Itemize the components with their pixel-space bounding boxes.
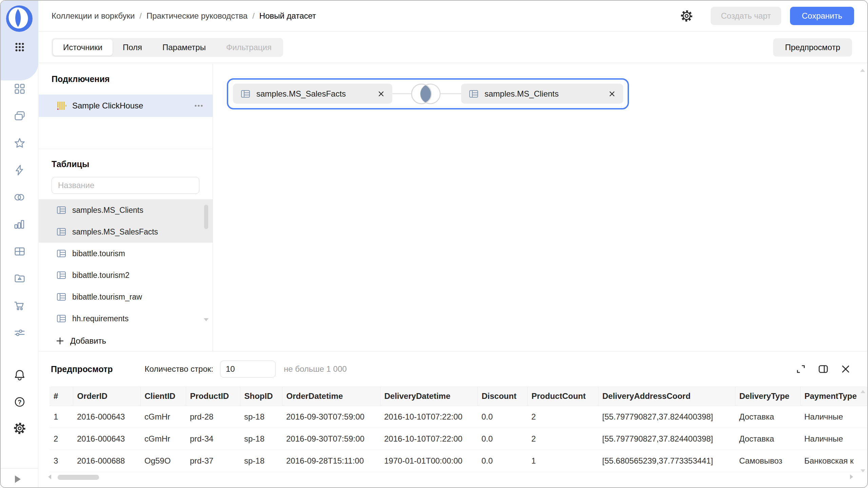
services-sliders-icon[interactable] — [13, 326, 26, 339]
row-count-input[interactable] — [220, 361, 276, 378]
dock-preview-icon[interactable] — [817, 363, 829, 375]
storage-folder-icon[interactable] — [13, 272, 26, 285]
panel-divider — [39, 149, 213, 149]
table-row: 2 2016-000643 cGmHr prd-34 sp-18 2016-09… — [50, 428, 867, 450]
workbooks-icon[interactable] — [13, 109, 26, 122]
table-icon — [469, 89, 479, 99]
expand-preview-icon[interactable] — [795, 363, 807, 375]
column-header: # — [50, 387, 73, 406]
remove-source-icon[interactable] — [608, 90, 616, 98]
app-sidebar: ? — [1, 1, 38, 487]
preview-title: Предпросмотр — [51, 364, 113, 374]
tab-sources[interactable]: Источники — [53, 39, 113, 56]
table-row: 3 2016-000688 Og59O prd-37 sp-18 2016-09… — [50, 450, 867, 472]
table-search-input[interactable] — [52, 177, 199, 194]
preview-toggle-button[interactable]: Предпросмотр — [773, 38, 852, 57]
create-chart-button: Создать чарт — [711, 7, 781, 25]
notifications-bell-icon[interactable] — [13, 368, 26, 381]
expand-sidebar-icon[interactable] — [15, 475, 21, 483]
column-header: OrderDatetime — [282, 387, 380, 406]
help-icon[interactable]: ? — [13, 395, 26, 408]
add-table-button[interactable]: Добавить — [56, 333, 106, 349]
sources-canvas: samples.MS_SalesFacts — [213, 63, 867, 351]
clickhouse-icon — [56, 101, 66, 111]
remove-source-icon[interactable] — [377, 90, 385, 98]
table-list-item-tourism-raw[interactable]: bibattle.tourism_raw — [39, 286, 213, 308]
dataset-tabs: Источники Поля Параметры Фильтрация — [52, 38, 283, 57]
tab-parameters[interactable]: Параметры — [152, 39, 216, 56]
tables-scrollbar-thumb[interactable] — [204, 205, 208, 229]
source-chip-clients[interactable]: samples.MS_Clients — [461, 84, 623, 104]
connections-title: Подключения — [52, 74, 110, 84]
joined-sources-group[interactable]: samples.MS_SalesFacts — [227, 78, 629, 109]
breadcrumb-workbook[interactable]: Практические руководства — [146, 11, 248, 21]
table-row: 1 2016-000643 cGmHr prd-28 sp-18 2016-09… — [50, 406, 867, 428]
source-chip-salesfacts[interactable]: samples.MS_SalesFacts — [233, 84, 392, 104]
preview-scroll-left-icon[interactable] — [48, 474, 51, 479]
tables-title: Таблицы — [52, 159, 89, 169]
dashboards-icon[interactable] — [13, 245, 26, 258]
tab-fields[interactable]: Поля — [113, 39, 152, 56]
datasets-icon[interactable] — [13, 191, 26, 204]
dataset-tabs-row: Источники Поля Параметры Фильтрация Пред… — [39, 32, 867, 63]
breadcrumb-current-dataset: Новый датасет — [259, 11, 316, 21]
close-preview-icon[interactable] — [840, 363, 851, 375]
column-header: ProductCount — [527, 387, 598, 406]
table-list-item-ms-clients[interactable]: samples.MS_Clients — [39, 199, 213, 221]
top-header: Коллекции и воркбуки / Практические руко… — [39, 1, 867, 32]
tables-scroll-down-icon[interactable] — [204, 318, 209, 321]
plus-icon — [56, 337, 64, 345]
column-header: ProductID — [186, 387, 240, 406]
preview-hscrollbar-thumb[interactable] — [58, 475, 99, 480]
connection-name: Sample ClickHouse — [72, 101, 194, 110]
collections-icon[interactable] — [13, 82, 26, 95]
breadcrumb-separator: / — [252, 11, 255, 21]
table-list-item-hh-requirements[interactable]: hh.requirements — [39, 308, 213, 329]
column-header: DeliveryDatetime — [380, 387, 477, 406]
table-icon — [56, 227, 66, 237]
preview-scroll-down-icon[interactable] — [861, 469, 865, 472]
breadcrumb-collections[interactable]: Коллекции и воркбуки — [52, 11, 135, 21]
column-header: ShopID — [240, 387, 282, 406]
row-count-label: Количество строк: — [145, 364, 213, 374]
charts-icon[interactable] — [13, 218, 26, 231]
breadcrumb-separator: / — [139, 11, 142, 21]
save-button[interactable]: Сохранить — [790, 7, 854, 25]
dataset-settings-gear-icon[interactable] — [680, 9, 693, 22]
datalens-logo-icon[interactable] — [6, 5, 33, 32]
connection-item-sample-clickhouse[interactable]: Sample ClickHouse — [39, 95, 213, 117]
tab-filtering: Фильтрация — [216, 39, 282, 56]
svg-text:?: ? — [18, 399, 21, 406]
breadcrumb: Коллекции и воркбуки / Практические руко… — [52, 11, 680, 21]
connection-more-icon[interactable] — [194, 101, 204, 111]
table-icon — [56, 205, 66, 215]
settings-gear-icon[interactable] — [13, 422, 26, 435]
table-list-item-tourism[interactable]: bibattle.tourism — [39, 243, 213, 264]
sidebar-divider — [1, 468, 38, 469]
preview-scroll-right-icon[interactable] — [850, 474, 853, 479]
preview-panel: Предпросмотр Количество строк: не больше… — [39, 351, 867, 487]
preview-controls: Предпросмотр Количество строк: не больше… — [39, 351, 867, 387]
canvas-scroll-up-icon[interactable] — [860, 69, 865, 72]
preview-divider — [51, 387, 867, 387]
column-header: DeliveryType — [735, 387, 800, 406]
tables-list: samples.MS_Clients samples.MS_SalesFacts — [39, 199, 213, 329]
table-icon — [56, 248, 66, 259]
marketplace-cart-icon[interactable] — [13, 299, 26, 312]
connections-icon[interactable] — [13, 164, 26, 177]
column-header: DeliveryAddressCoord — [598, 387, 735, 406]
sources-left-panel: Подключения Sample ClickHouse Та — [39, 63, 213, 351]
apps-grid-icon[interactable] — [13, 41, 26, 54]
column-header: PaymentType — [800, 387, 867, 406]
preview-table-header-row: # OrderID ClientID ProductID ShopID Orde… — [50, 387, 867, 406]
preview-scroll-up-icon[interactable] — [861, 390, 865, 393]
table-list-item-tourism2[interactable]: bibattle.tourism2 — [39, 264, 213, 286]
table-icon — [56, 292, 66, 302]
row-count-hint: не больше 1 000 — [284, 364, 347, 374]
table-icon — [56, 270, 66, 280]
join-type-icon[interactable] — [406, 82, 446, 106]
column-header: Discount — [477, 387, 527, 406]
table-list-item-ms-salesfacts[interactable]: samples.MS_SalesFacts — [39, 221, 213, 243]
table-icon — [240, 89, 251, 99]
favorites-star-icon[interactable] — [13, 137, 26, 149]
